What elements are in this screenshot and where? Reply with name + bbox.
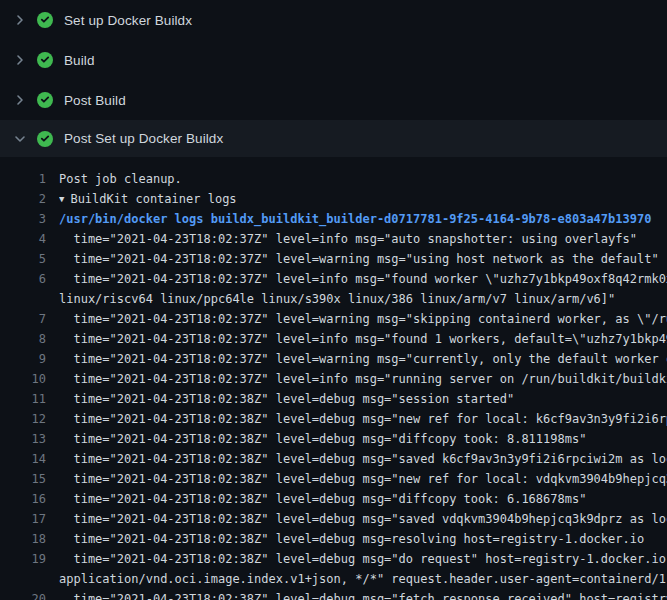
log-line: 20 time="2021-04-23T18:02:38Z" level=deb… (0, 589, 667, 600)
log-line-text: time="2021-04-23T18:02:38Z" level=debug … (59, 409, 667, 429)
log-line: 15 time="2021-04-23T18:02:38Z" level=deb… (0, 469, 667, 489)
log-line-number[interactable]: 2 (0, 189, 46, 209)
step-setup-docker-buildx[interactable]: Set up Docker Buildx (0, 0, 667, 40)
log-line-number[interactable]: 7 (0, 309, 46, 329)
log-line-number[interactable]: 20 (0, 589, 46, 600)
log-line-text: time="2021-04-23T18:02:38Z" level=debug … (59, 469, 667, 489)
log-line-number[interactable]: 17 (0, 509, 46, 529)
log-line-text: Post job cleanup. (59, 169, 667, 189)
log-line: 11 time="2021-04-23T18:02:38Z" level=deb… (0, 389, 667, 409)
log-line-number[interactable]: 5 (0, 249, 46, 269)
check-circle-icon (37, 131, 53, 147)
chevron-down-icon (12, 131, 28, 147)
log-line-text: time="2021-04-23T18:02:37Z" level=info m… (59, 329, 667, 349)
step-label: Set up Docker Buildx (64, 13, 192, 28)
step-list: Set up Docker Buildx Build Post Build (0, 0, 667, 157)
step-label: Build (64, 53, 95, 68)
chevron-right-icon (12, 52, 28, 68)
log-line: 10 time="2021-04-23T18:02:37Z" level=inf… (0, 369, 667, 389)
group-expanded-triangle-icon: ▼ (59, 189, 64, 209)
step-label: Post Build (64, 93, 126, 108)
log-line-group: 2 ▼BuildKit container logs (0, 189, 667, 209)
log-line-number[interactable]: 15 (0, 469, 46, 489)
log-line-text: time="2021-04-23T18:02:37Z" level=warnin… (59, 249, 667, 269)
log-line: 14 time="2021-04-23T18:02:38Z" level=deb… (0, 449, 667, 469)
log-line-number[interactable]: 3 (0, 209, 46, 229)
log-line-text: time="2021-04-23T18:02:38Z" level=debug … (59, 589, 667, 600)
log-line-text: time="2021-04-23T18:02:37Z" level=info m… (59, 269, 667, 289)
log-line: 1 Post job cleanup. (0, 169, 667, 189)
log-group-title: BuildKit container logs (70, 192, 236, 206)
step-label: Post Set up Docker Buildx (64, 131, 223, 146)
actions-log-panel: Set up Docker Buildx Build Post Build (0, 0, 667, 600)
chevron-right-icon (12, 12, 28, 28)
log-line-text: time="2021-04-23T18:02:37Z" level=warnin… (59, 349, 667, 369)
log-line: 6 time="2021-04-23T18:02:37Z" level=info… (0, 269, 667, 289)
log-line: 12 time="2021-04-23T18:02:38Z" level=deb… (0, 409, 667, 429)
step-post-build[interactable]: Post Build (0, 80, 667, 120)
log-line-number[interactable]: 8 (0, 329, 46, 349)
log-line-number[interactable]: 11 (0, 389, 46, 409)
log-command-text: /usr/bin/docker logs buildx_buildkit_bui… (59, 209, 667, 229)
log-line: 17 time="2021-04-23T18:02:38Z" level=deb… (0, 509, 667, 529)
log-line-continuation: application/vnd.oci.image.index.v1+json,… (0, 569, 667, 589)
step-post-setup-docker-buildx[interactable]: Post Set up Docker Buildx (0, 120, 667, 157)
chevron-right-icon (12, 92, 28, 108)
log-line-text: time="2021-04-23T18:02:38Z" level=debug … (59, 429, 667, 449)
log-group-toggle[interactable]: ▼BuildKit container logs (59, 189, 667, 209)
log-line: 4 time="2021-04-23T18:02:37Z" level=info… (0, 229, 667, 249)
log-line-text: time="2021-04-23T18:02:38Z" level=debug … (59, 509, 667, 529)
log-line: 9 time="2021-04-23T18:02:37Z" level=warn… (0, 349, 667, 369)
log-line-continuation: linux/riscv64 linux/ppc64le linux/s390x … (0, 289, 667, 309)
log-line-number (0, 569, 46, 589)
log-line: 7 time="2021-04-23T18:02:37Z" level=warn… (0, 309, 667, 329)
log-line-text: linux/riscv64 linux/ppc64le linux/s390x … (59, 289, 667, 309)
log-line-number[interactable]: 19 (0, 549, 46, 569)
log-line-number[interactable]: 18 (0, 529, 46, 549)
log-line-text: time="2021-04-23T18:02:38Z" level=debug … (59, 449, 667, 469)
log-line-number[interactable]: 10 (0, 369, 46, 389)
log-line-number[interactable]: 1 (0, 169, 46, 189)
check-circle-icon (37, 12, 53, 28)
log-line-number[interactable]: 4 (0, 229, 46, 249)
log-line-number[interactable]: 9 (0, 349, 46, 369)
log-line: 18 time="2021-04-23T18:02:38Z" level=deb… (0, 529, 667, 549)
log-line: 3 /usr/bin/docker logs buildx_buildkit_b… (0, 209, 667, 229)
check-circle-icon (37, 92, 53, 108)
log-line: 5 time="2021-04-23T18:02:37Z" level=warn… (0, 249, 667, 269)
log-line-text: time="2021-04-23T18:02:37Z" level=warnin… (59, 309, 667, 329)
log-line-number[interactable]: 6 (0, 269, 46, 289)
log-line-number[interactable]: 13 (0, 429, 46, 449)
step-build[interactable]: Build (0, 40, 667, 80)
log-line-text: time="2021-04-23T18:02:38Z" level=debug … (59, 489, 667, 509)
log-line-text: time="2021-04-23T18:02:38Z" level=debug … (59, 529, 667, 549)
log-line-text: time="2021-04-23T18:02:38Z" level=debug … (59, 389, 667, 409)
log-line-number[interactable]: 16 (0, 489, 46, 509)
log-line-text: application/vnd.oci.image.index.v1+json,… (59, 569, 667, 589)
log-line-text: time="2021-04-23T18:02:37Z" level=info m… (59, 369, 667, 389)
check-circle-icon (37, 52, 53, 68)
log-line: 16 time="2021-04-23T18:02:38Z" level=deb… (0, 489, 667, 509)
log-line-text: time="2021-04-23T18:02:38Z" level=debug … (59, 549, 667, 569)
log-line-number[interactable]: 12 (0, 409, 46, 429)
log-line: 19 time="2021-04-23T18:02:38Z" level=deb… (0, 549, 667, 569)
log-line-number (0, 289, 46, 309)
log-line: 13 time="2021-04-23T18:02:38Z" level=deb… (0, 429, 667, 449)
log-line-number[interactable]: 14 (0, 449, 46, 469)
log-line: 8 time="2021-04-23T18:02:37Z" level=info… (0, 329, 667, 349)
log-viewer: 1 Post job cleanup. 2 ▼BuildKit containe… (0, 157, 667, 600)
log-line-text: time="2021-04-23T18:02:37Z" level=info m… (59, 229, 667, 249)
